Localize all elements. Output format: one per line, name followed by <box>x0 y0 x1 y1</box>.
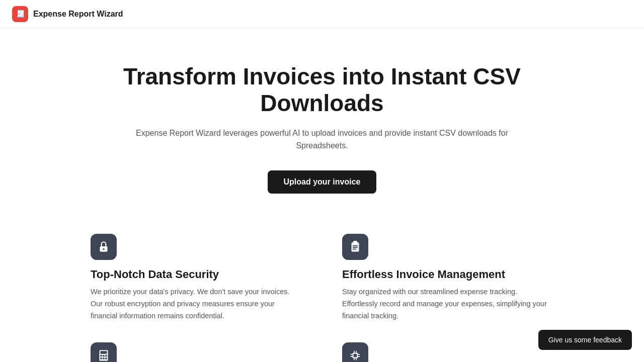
clipboard-icon-wrap <box>342 234 368 260</box>
svg-rect-18 <box>105 357 107 359</box>
feature-data-security-desc: We prioritize your data's privacy. We do… <box>91 286 302 322</box>
upload-invoice-button[interactable]: Upload your invoice <box>268 170 377 194</box>
lock-icon-wrap <box>91 234 117 260</box>
svg-rect-13 <box>101 355 102 356</box>
svg-rect-14 <box>103 355 104 356</box>
hero-section: Transform Invoices into Instant CSV Down… <box>0 28 644 214</box>
svg-point-3 <box>103 248 104 250</box>
feedback-button[interactable]: Give us some feedback <box>538 330 632 350</box>
svg-text:🧾: 🧾 <box>16 10 25 18</box>
features-grid: Top-Notch Data Security We prioritize yo… <box>70 234 574 362</box>
logo-svg: 🧾 <box>13 7 27 21</box>
feature-flexible-uploading: Flexible Invoice Uploading No matter the… <box>91 342 302 362</box>
feature-invoice-management-desc: Stay organized with our streamlined expe… <box>342 286 553 322</box>
app-logo: 🧾 <box>12 6 28 22</box>
svg-rect-20 <box>354 354 357 357</box>
header: 🧾 Expense Report Wizard <box>0 0 644 28</box>
svg-rect-17 <box>103 357 104 359</box>
feature-data-security: Top-Notch Data Security We prioritize yo… <box>91 234 302 322</box>
feature-invoice-management-title: Effortless Invoice Management <box>342 268 553 281</box>
calculator-icon <box>97 349 110 362</box>
chip-icon <box>349 349 362 362</box>
hero-title: Transform Invoices into Instant CSV Down… <box>121 63 523 117</box>
feature-smart-insights: Smart Invoice Insights Harness the power… <box>342 342 553 362</box>
svg-rect-16 <box>101 357 102 359</box>
svg-rect-15 <box>105 355 107 356</box>
feature-invoice-management: Effortless Invoice Management Stay organ… <box>342 234 553 322</box>
lock-icon <box>97 240 110 253</box>
logo-container: 🧾 Expense Report Wizard <box>12 6 123 22</box>
clipboard-icon <box>349 240 362 253</box>
svg-rect-12 <box>101 351 107 353</box>
app-title: Expense Report Wizard <box>33 10 123 19</box>
feature-data-security-title: Top-Notch Data Security <box>91 268 302 281</box>
svg-rect-10 <box>354 241 357 243</box>
calculator-icon-wrap <box>91 342 117 362</box>
chip-icon-wrap <box>342 342 368 362</box>
hero-subtitle: Expense Report Wizard leverages powerful… <box>121 127 523 152</box>
